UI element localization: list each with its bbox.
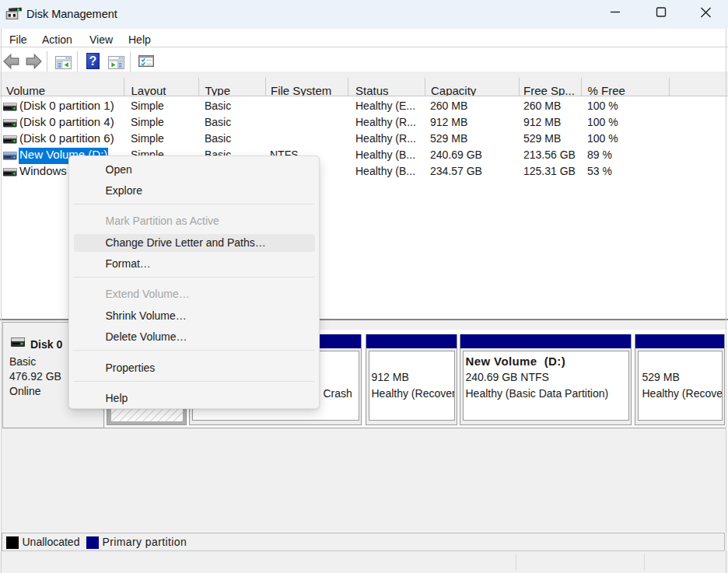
svg-text:?: ?: [89, 54, 97, 68]
